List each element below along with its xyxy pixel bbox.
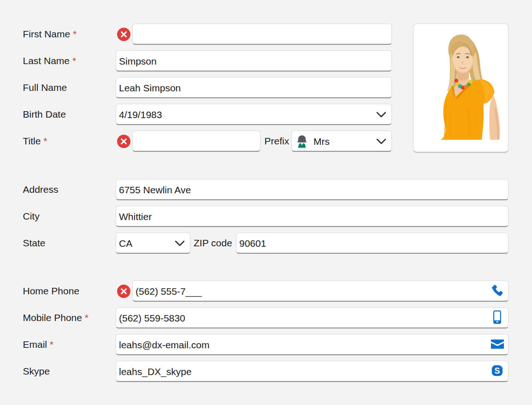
svg-text:S: S xyxy=(494,366,500,375)
